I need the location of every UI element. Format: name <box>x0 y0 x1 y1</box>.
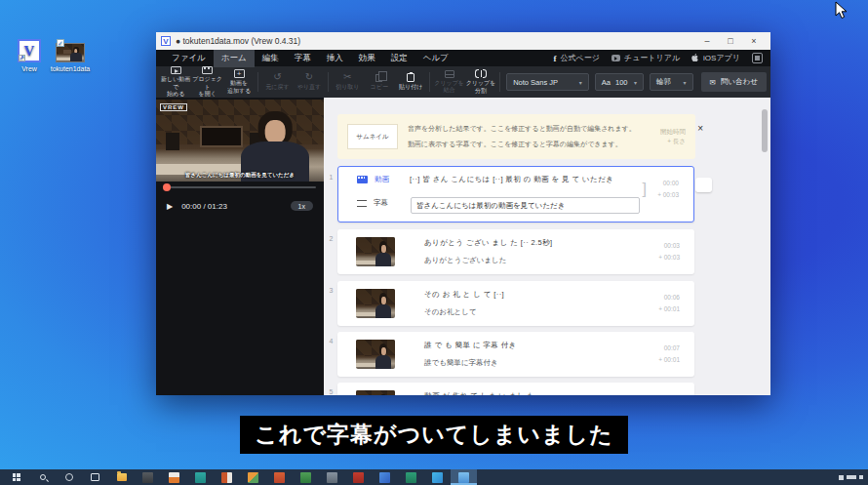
pinned-app-3[interactable] <box>187 469 214 485</box>
new-video-button[interactable]: 新しい動画で始める <box>160 66 191 98</box>
paste-icon <box>407 73 414 82</box>
length-label: + 長さ <box>660 137 686 146</box>
undo-button[interactable]: ↺ 元に戻す <box>261 66 293 98</box>
menu-subtitle[interactable]: 字幕 <box>287 50 319 67</box>
app-icon <box>195 472 206 483</box>
vrew-app-window: V ● tokuten1data.mov (Vrew 0.4.31) – □ ×… <box>156 32 770 395</box>
tray-icon[interactable] <box>839 475 844 480</box>
redo-button[interactable]: ↻ やり直す <box>294 66 325 98</box>
outline-select[interactable]: 輪郭 ▾ <box>650 73 693 91</box>
clip-row-selected[interactable]: 動画 [··] 皆 さん こんにちは [··] 最初 の 動画 を 見 て いた… <box>337 166 694 222</box>
player-controls: ▶ 00:00 / 01:23 1x <box>156 195 324 217</box>
close-button[interactable]: × <box>742 32 766 50</box>
merge-clips-button[interactable]: クリップを結合 <box>433 66 464 98</box>
tutorial-link[interactable]: チュートリアル <box>612 53 680 63</box>
checkbox-checked-icon[interactable]: ✓ <box>57 39 64 47</box>
menu-edit[interactable]: 編集 <box>255 50 287 67</box>
menu-help[interactable]: ヘルプ <box>415 50 456 67</box>
segmented-text[interactable]: その お 礼 と し て [··] <box>424 290 504 300</box>
ios-app-link[interactable]: iOSアプリ <box>691 53 740 63</box>
cortana-button[interactable] <box>56 469 82 485</box>
clip-row[interactable]: その お 礼 と し て [··] そのお礼として 00:06 + 00:01 <box>337 281 694 326</box>
tray-icon[interactable] <box>847 475 856 479</box>
desktop-icon-tokuten1data[interactable]: ✓ tokuten1data <box>47 43 94 72</box>
duration-bracket: ] <box>643 181 647 198</box>
pinned-app-2[interactable] <box>161 469 187 485</box>
open-project-button[interactable]: プロジェクトを開く <box>191 66 222 98</box>
pinned-app-11[interactable] <box>398 469 424 485</box>
copy-button[interactable]: コピー <box>364 66 395 98</box>
clip-start-time: 00:06 <box>658 292 680 303</box>
paste-button[interactable]: 貼り付け <box>395 66 426 98</box>
subtitle-text[interactable]: 誰でも簡単に字幕付き <box>424 358 498 368</box>
task-view-button[interactable] <box>82 469 108 485</box>
app-icon <box>379 472 390 483</box>
app-icon <box>300 472 311 483</box>
add-video-button[interactable]: 動画を追加する <box>223 66 255 98</box>
play-button[interactable]: ▶ <box>167 202 173 211</box>
search-icon <box>40 474 46 480</box>
row-number: 3 <box>327 287 335 294</box>
clip-duration: + 00:03 <box>658 252 680 263</box>
font-size-select[interactable]: Aa 100 ▾ <box>595 73 644 91</box>
app-icon <box>353 472 364 483</box>
segmented-text[interactable]: ありがとう ござい まし た [·· 2.5秒] <box>424 238 553 248</box>
official-page-link[interactable]: f 公式ページ <box>554 53 600 63</box>
tray-icon[interactable] <box>859 475 863 479</box>
clip-thumbnail[interactable] <box>356 390 395 395</box>
pinned-app-4[interactable] <box>214 469 240 485</box>
vrew-watermark: VREW <box>160 103 187 111</box>
segmented-text[interactable]: [··] 皆 さん こんにちは [··] 最初 の 動画 を 見 て いただき <box>410 175 613 184</box>
maximize-button[interactable]: □ <box>719 32 742 50</box>
menu-effect[interactable]: 効果 <box>351 50 383 67</box>
title-bar[interactable]: V ● tokuten1data.mov (Vrew 0.4.31) – □ × <box>156 32 770 50</box>
clip-thumbnail[interactable] <box>356 237 395 266</box>
segmented-text[interactable]: 動画 が 作れ て しま い まし た <box>424 391 535 395</box>
menu-insert[interactable]: 挿入 <box>319 50 351 67</box>
font-select[interactable]: Noto Sans JP ▾ <box>506 73 589 91</box>
split-clip-icon <box>475 69 487 78</box>
clip-row[interactable]: ありがとう ござい まし た [·· 2.5秒] ありがとうございました 00:… <box>337 229 694 274</box>
contact-button[interactable]: ✉ 問い合わせ <box>701 72 767 92</box>
system-tray[interactable] <box>839 475 868 480</box>
scrollbar-thumb[interactable] <box>762 109 768 152</box>
pinned-app-5[interactable] <box>240 469 266 485</box>
menu-file[interactable]: ファイル <box>164 50 214 67</box>
subtitle-text[interactable]: ありがとうございました <box>424 256 506 265</box>
pinned-app-12[interactable] <box>424 469 451 485</box>
panel-toggle-icon[interactable] <box>752 53 763 63</box>
seek-handle[interactable] <box>163 183 171 191</box>
clip-thumbnail[interactable] <box>356 340 395 369</box>
pinned-app-7[interactable] <box>293 469 319 485</box>
desktop-icon-vrew[interactable]: V ↗ Vrew <box>6 39 53 72</box>
playback-speed-button[interactable]: 1x <box>291 201 313 211</box>
cut-button[interactable]: ✂ 切り取り <box>332 66 363 98</box>
clip-row[interactable]: 動画 が 作れ て しま い まし た <box>337 383 694 395</box>
vrew-logo-icon: V <box>161 36 171 46</box>
cortana-icon <box>65 473 73 481</box>
seek-bar[interactable] <box>164 186 316 188</box>
banner-close-icon[interactable]: × <box>697 123 703 134</box>
pinned-app-10[interactable] <box>372 469 398 485</box>
segmented-text[interactable]: 誰 で も 簡単 に 字幕 付き <box>424 341 517 350</box>
floating-button[interactable] <box>695 178 712 192</box>
start-button[interactable] <box>3 469 29 485</box>
minimize-button[interactable]: – <box>695 32 719 50</box>
menu-settings[interactable]: 設定 <box>383 50 415 67</box>
pinned-app-8[interactable] <box>319 469 345 485</box>
clip-thumbnail[interactable] <box>356 289 395 318</box>
video-preview[interactable]: VREW 皆さんこんにちは最初の動画を見ていただき <box>156 100 324 182</box>
app-icon <box>274 472 285 483</box>
search-button[interactable] <box>29 469 56 485</box>
pinned-app-6[interactable] <box>266 469 293 485</box>
pinned-app-9[interactable] <box>345 469 372 485</box>
menu-home[interactable]: ホーム <box>214 50 255 67</box>
split-clip-button[interactable]: クリップを分割 <box>465 66 496 98</box>
file-explorer-button[interactable] <box>108 469 135 485</box>
banner-line-1: 音声を分析した結果です。ここを修正すると動画が自動で編集されます。 <box>408 121 654 137</box>
active-app-button[interactable] <box>451 469 477 485</box>
clip-row[interactable]: 誰 で も 簡単 に 字幕 付き 誰でも簡単に字幕付き 00:07 + 00:0… <box>337 332 694 377</box>
pinned-app-1[interactable] <box>135 469 161 485</box>
subtitle-text[interactable]: そのお礼として <box>424 307 477 317</box>
subtitle-input[interactable] <box>411 197 640 214</box>
